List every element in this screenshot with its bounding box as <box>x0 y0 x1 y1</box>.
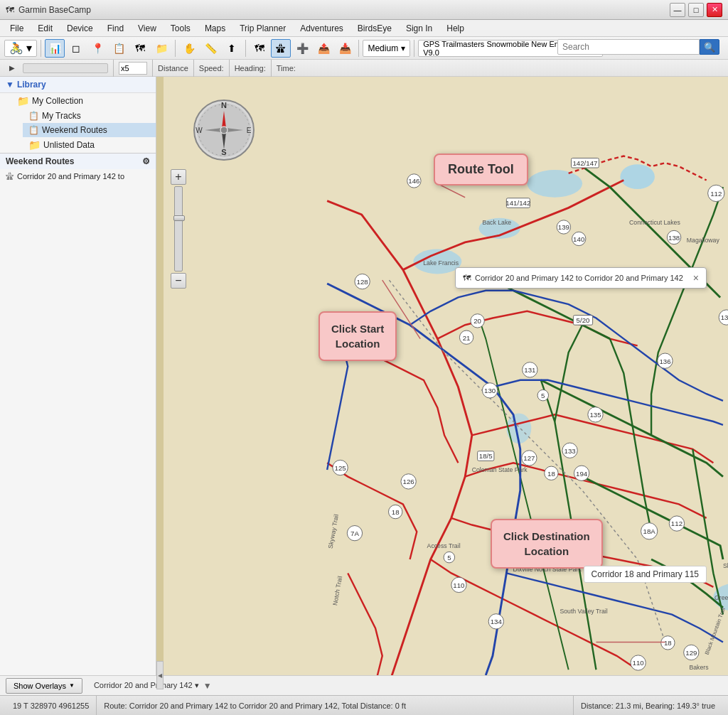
svg-point-125 <box>220 127 228 134</box>
toolbar-btn-route-tool[interactable]: 🛣 <box>271 39 291 58</box>
menu-trip-planner[interactable]: Trip Planner <box>232 22 293 35</box>
svg-text:141/142: 141/142 <box>505 199 530 207</box>
svg-text:138: 138 <box>668 234 680 242</box>
menu-tools[interactable]: Tools <box>164 22 198 35</box>
svg-text:18A: 18A <box>643 527 656 535</box>
route-tooltip: 🗺 Corridor 20 and Primary 142 to Corrido… <box>455 267 707 289</box>
minimize-button[interactable]: — <box>670 3 685 17</box>
menu-maps[interactable]: Maps <box>198 22 232 35</box>
sidebar-item-unlisted[interactable]: 📁 Unlisted Data <box>23 137 156 153</box>
sidebar-item-my-collection[interactable]: 📁 My Collection <box>11 93 156 109</box>
menu-edit[interactable]: Edit <box>31 22 60 35</box>
svg-text:130: 130 <box>484 387 496 394</box>
svg-text:137: 137 <box>721 313 728 321</box>
menu-adventures[interactable]: Adventures <box>293 22 350 35</box>
toolbar-btn-add[interactable]: ➕ <box>292 39 312 58</box>
svg-text:7A: 7A <box>350 529 359 537</box>
sidebar-toggle[interactable]: ◀ <box>156 661 164 689</box>
svg-text:18/5: 18/5 <box>479 452 493 460</box>
svg-text:Bakers: Bakers <box>689 664 709 671</box>
svg-text:5/20: 5/20 <box>577 316 590 324</box>
status-route-info: Route: Corridor 20 and Primary 142 to Co… <box>97 696 574 715</box>
menu-help[interactable]: Help <box>439 22 471 35</box>
sidebar-item-weekend-routes[interactable]: 📋 Weekend Routes <box>23 123 156 137</box>
toolbar-btn-measure[interactable]: 📏 <box>200 39 220 58</box>
route-label: Corridor 20 and Primary 142 to <box>17 172 124 181</box>
my-tracks-label: My Tracks <box>42 111 81 121</box>
zoom-out-button[interactable]: − <box>171 273 186 289</box>
play-button[interactable]: ▶ <box>4 61 20 75</box>
svg-text:W: W <box>196 127 203 134</box>
svg-text:Coleman State Park: Coleman State Park <box>472 466 528 473</box>
toolbar-btn-profile[interactable]: 📊 <box>45 39 65 58</box>
svg-point-1 <box>527 170 582 198</box>
maximize-button[interactable]: □ <box>688 3 704 17</box>
show-overlays-button[interactable]: Show Overlays ▼ <box>6 678 82 694</box>
toolbar-btn-waypoint[interactable]: 📍 <box>87 39 107 58</box>
toolbar2-sep4 <box>229 60 230 77</box>
svg-text:N: N <box>221 101 227 109</box>
map-density-dropdown[interactable]: Medium ▾ <box>363 40 410 57</box>
library-label: Library <box>17 80 46 90</box>
zoom-in-button[interactable]: + <box>171 169 186 185</box>
toolbar2: ▶ Distance Speed: Heading: Time: <box>0 60 728 77</box>
app-title-area: 🗺 Garmin BaseCamp <box>6 5 91 15</box>
route-list-item[interactable]: 🛣 Corridor 20 and Primary 142 to <box>0 169 156 183</box>
progress-bar[interactable] <box>23 63 108 73</box>
filter-icon[interactable]: ▼ <box>203 681 212 691</box>
svg-text:20: 20 <box>473 317 481 325</box>
svg-text:133: 133 <box>564 447 576 455</box>
library-header[interactable]: ▼ Library <box>0 77 156 93</box>
map-area[interactable]: 146 11/147 142/147 112 141/142 139 138 <box>164 77 728 675</box>
zoom-control: + − <box>171 169 186 289</box>
svg-point-4 <box>620 164 655 189</box>
menu-file[interactable]: File <box>3 22 31 35</box>
close-button[interactable]: ✕ <box>707 3 722 17</box>
search-button[interactable]: 🔍 <box>700 39 719 55</box>
menu-sign-in[interactable]: Sign In <box>399 22 439 35</box>
svg-text:194: 194 <box>576 470 588 478</box>
svg-text:Greenough Pond: Greenough Pond <box>714 594 728 601</box>
toolbar-btn-recv[interactable]: 📥 <box>335 39 355 58</box>
toolbar-btn-map-pin[interactable]: 🗺 <box>250 39 269 58</box>
sidebar-item-my-tracks[interactable]: 📋 My Tracks <box>23 109 156 123</box>
menu-view[interactable]: View <box>131 22 164 35</box>
toolbar-btn-pan[interactable]: ✋ <box>179 39 199 58</box>
tooltip-close-button[interactable]: × <box>693 272 699 284</box>
toolbar-btn-select[interactable]: ◻ <box>66 39 86 58</box>
menubar: File Edit Device Find View Tools Maps Tr… <box>0 20 728 37</box>
status-bar: 19 T 328970 4961255 Route: Corridor 20 a… <box>0 695 728 715</box>
menu-find[interactable]: Find <box>100 22 131 35</box>
toolbar2-sep2 <box>152 60 153 77</box>
my-collection-label: My Collection <box>32 96 83 106</box>
zoom-slider-thumb[interactable] <box>173 215 185 221</box>
corridor-badge: Corridor 18 and Primary 115 <box>584 566 707 583</box>
transport-mode-dropdown[interactable]: 🚴 ▾ <box>4 40 37 57</box>
toolbar-btn-pointer[interactable]: ⬆ <box>222 39 242 58</box>
svg-text:21: 21 <box>463 334 471 342</box>
settings-icon[interactable]: ⚙ <box>142 156 150 166</box>
folder-icon: 📁 <box>17 95 29 107</box>
svg-text:112: 112 <box>710 190 722 198</box>
svg-text:South Valley Trail: South Valley Trail <box>560 608 607 615</box>
weekend-routes-label: Weekend Routes <box>42 125 107 135</box>
zoom-value-input[interactable] <box>119 62 147 75</box>
unlisted-label: Unlisted Data <box>43 140 95 150</box>
app-title: Garmin BaseCamp <box>18 5 91 15</box>
time-label: Time: <box>277 64 296 72</box>
toolbar-btn-track[interactable]: 📋 <box>109 39 129 58</box>
search-input[interactable] <box>557 39 700 55</box>
svg-text:128: 128 <box>357 278 368 286</box>
click-start-location-callout: Click StartLocation <box>318 311 397 361</box>
bottom-bar: Show Overlays ▼ Corridor 20 and Primary … <box>0 675 728 695</box>
svg-text:110: 110 <box>453 581 465 589</box>
toolbar-btn-route[interactable]: 🗺 <box>130 39 150 58</box>
svg-text:Connecticut Lakes: Connecticut Lakes <box>629 219 680 226</box>
svg-text:5: 5 <box>447 554 451 561</box>
toolbar-btn-send[interactable]: 📤 <box>314 39 333 58</box>
menu-device[interactable]: Device <box>60 22 100 35</box>
svg-text:146: 146 <box>408 177 419 185</box>
toolbar-btn-folder[interactable]: 📁 <box>151 39 171 58</box>
zoom-slider-track[interactable] <box>174 186 183 272</box>
menu-birdseye[interactable]: BirdsEye <box>350 22 399 35</box>
